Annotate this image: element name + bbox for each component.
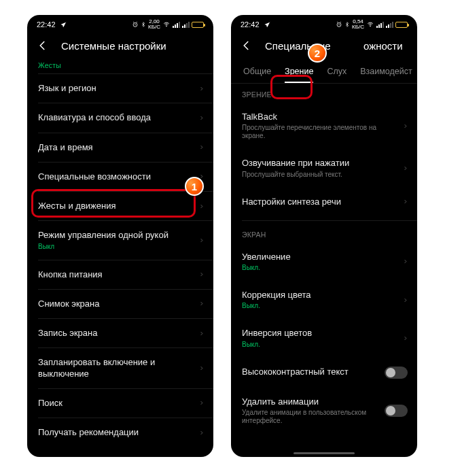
bluetooth-icon: [344, 21, 350, 28]
row-subtitle: Выкл.: [242, 341, 397, 349]
settings-row[interactable]: Режим управления одной рукойВыкл: [27, 221, 213, 259]
chevron-right-icon: [403, 258, 408, 265]
page-title: Специальные XXXX ожности: [265, 40, 403, 52]
chevron-right-icon: [403, 335, 408, 342]
status-bar: 22:42 2,00КБ/С: [27, 15, 213, 31]
signal-icon-1: [173, 22, 180, 28]
battery-icon: [192, 22, 204, 28]
settings-row[interactable]: Специальные возможности: [27, 163, 213, 191]
chevron-right-icon: [199, 173, 204, 180]
phone-right: 22:42 0,54КБ/С Специальные XXXX ожности …: [231, 15, 417, 457]
chevron-right-icon: [403, 296, 408, 304]
tab-слух[interactable]: Слух: [320, 61, 353, 83]
chevron-right-icon: [199, 300, 204, 307]
section-label-screen: ЭКРАН: [231, 231, 417, 243]
status-bar: 22:42 0,54КБ/С: [231, 15, 417, 31]
tab-общие[interactable]: Общие: [236, 61, 278, 83]
chevron-right-icon: [403, 122, 408, 130]
row-title: Коррекция цвета: [242, 290, 397, 301]
row-title: Жесты и движения: [38, 201, 194, 211]
row-subtitle: Выкл.: [242, 264, 397, 272]
chevron-right-icon: [199, 364, 204, 372]
bluetooth-icon: [141, 21, 146, 28]
signal-icon-2: [182, 22, 190, 28]
chevron-right-icon: [199, 330, 204, 337]
settings-row[interactable]: Клавиатура и способ ввода: [27, 103, 213, 132]
row-title: Кнопка питания: [38, 269, 194, 280]
chevron-right-icon: [199, 271, 204, 278]
status-time: 22:42: [37, 20, 56, 29]
signal-icon-1: [376, 22, 384, 28]
alarm-icon: [132, 21, 139, 28]
row-title: Удалить анимации: [242, 396, 379, 407]
settings-row[interactable]: Жесты и движения: [27, 192, 213, 220]
settings-row[interactable]: Снимок экрана: [27, 290, 213, 318]
row-title: TalkBack: [242, 112, 397, 122]
net-rate: 2,00КБ/С: [148, 19, 160, 30]
chevron-right-icon: [403, 165, 408, 172]
row-title: Специальные возможности: [38, 171, 194, 182]
row-subtitle: Прослушайте выбранный текст.: [242, 171, 397, 179]
row-title: Увеличение: [242, 252, 397, 262]
phone-left: 22:42 2,00КБ/С Системные настройки Жесты…: [27, 15, 213, 457]
tab-зрение[interactable]: Зрение: [278, 61, 320, 83]
settings-row[interactable]: Озвучивание при нажатииПрослушайте выбра…: [231, 149, 417, 187]
chevron-right-icon: [199, 399, 204, 407]
screen-header: Специальные XXXX ожности: [231, 31, 417, 61]
row-subtitle: Выкл: [38, 243, 194, 251]
row-title: Снимок экрана: [38, 299, 194, 309]
toggle-switch[interactable]: [385, 405, 408, 417]
row-subtitle: Прослушайте перечисление элементов на эк…: [242, 124, 397, 140]
row-subtitle: Удалите анимации в пользовательском инте…: [242, 409, 379, 425]
settings-row[interactable]: Кнопка питания: [27, 260, 213, 289]
signal-icon-2: [386, 22, 393, 28]
back-arrow-icon[interactable]: [241, 39, 253, 52]
battery-icon: [395, 22, 408, 28]
settings-row[interactable]: Удалить анимацииУдалите анимации в польз…: [231, 388, 417, 434]
settings-row[interactable]: Инверсия цветовВыкл.: [231, 319, 417, 357]
settings-row[interactable]: Получать рекомендации: [27, 418, 213, 447]
settings-row[interactable]: Коррекция цветаВыкл.: [231, 281, 417, 319]
chevron-right-icon: [199, 114, 204, 122]
row-title: Поиск: [38, 398, 194, 409]
row-title: Режим управления одной рукой: [38, 230, 194, 241]
settings-row[interactable]: TalkBackПрослушайте перечисление элемент…: [231, 103, 417, 149]
chevron-right-icon: [199, 203, 204, 210]
wifi-icon: [162, 21, 171, 28]
settings-row[interactable]: Язык и регион: [27, 74, 213, 103]
back-arrow-icon[interactable]: [37, 39, 49, 52]
settings-row[interactable]: Запланировать включение и выключение: [27, 348, 213, 388]
chevron-right-icon: [199, 237, 204, 244]
settings-row[interactable]: УвеличениеВыкл.: [231, 243, 417, 281]
page-title: Системные настройки: [61, 40, 166, 52]
net-rate: 0,54КБ/С: [352, 19, 364, 30]
settings-row[interactable]: Поиск: [27, 389, 213, 418]
row-title: Получать рекомендации: [38, 427, 194, 438]
settings-row[interactable]: Дата и время: [27, 133, 213, 162]
row-title: Язык и регион: [38, 83, 194, 94]
settings-row[interactable]: Запись экрана: [27, 319, 213, 347]
row-title: Клавиатура и способ ввода: [38, 112, 194, 123]
home-indicator: [294, 452, 355, 454]
row-title: Высококонтрастный текст: [242, 367, 379, 377]
row-title: Дата и время: [38, 142, 194, 153]
chevron-right-icon: [199, 429, 204, 437]
settings-row[interactable]: Настройки синтеза речи: [231, 188, 417, 216]
toggle-switch[interactable]: [385, 367, 408, 379]
chevron-right-icon: [199, 143, 204, 151]
section-label-gestures: Жесты: [27, 61, 213, 73]
tabs-bar: ОбщиеЗрениеСлухВзаимодейст: [231, 61, 417, 84]
telegram-icon: [264, 21, 271, 29]
svg-point-1: [166, 26, 167, 27]
tab-взаимодейст[interactable]: Взаимодейст: [353, 61, 417, 83]
wifi-icon: [366, 21, 374, 28]
section-label-vision: ЗРЕНИЕ: [231, 90, 417, 103]
row-title: Настройки синтеза речи: [242, 197, 397, 207]
row-subtitle: Выкл.: [242, 302, 397, 310]
chevron-right-icon: [403, 198, 408, 205]
settings-row[interactable]: Высококонтрастный текст: [231, 358, 417, 388]
alarm-icon: [336, 21, 342, 28]
telegram-icon: [60, 21, 67, 29]
chevron-right-icon: [199, 85, 204, 92]
row-title: Озвучивание при нажатии: [242, 158, 397, 169]
